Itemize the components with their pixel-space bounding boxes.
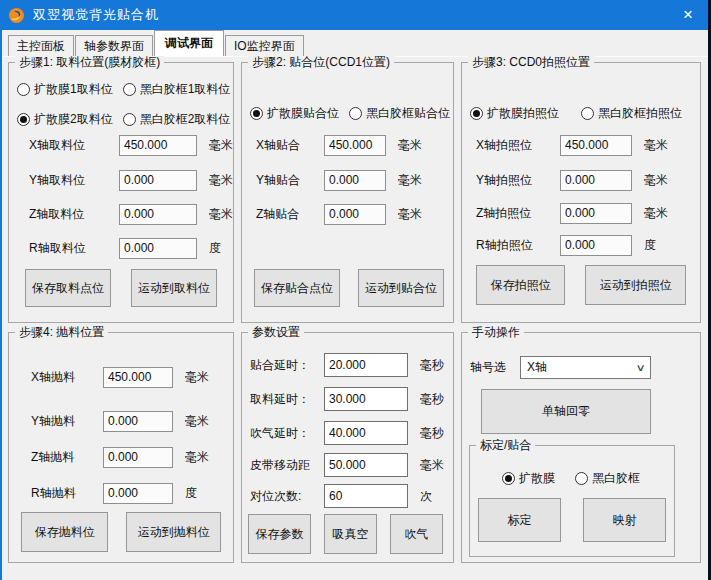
tab-axis-params[interactable]: 轴参数界面	[75, 35, 153, 56]
radio-diffuser-photo[interactable]: 扩散膜拍照位	[470, 105, 559, 122]
app-icon	[8, 7, 25, 24]
save-discard-position-button[interactable]: 保存抛料位	[21, 512, 108, 552]
unit-label: 毫米	[185, 449, 209, 466]
belt-move-distance-input[interactable]	[324, 453, 408, 477]
button-row: 保存拍照位 运动到拍照位	[476, 265, 686, 305]
panel-title: 步骤4: 抛料位置	[15, 324, 108, 341]
alignment-count-input[interactable]	[324, 484, 408, 508]
radio-label: 扩散膜1取料位	[34, 81, 113, 98]
y-laminate-input[interactable]	[324, 170, 386, 191]
field-label: Z轴贴合	[256, 206, 324, 223]
r-discard-input[interactable]	[103, 483, 173, 504]
radio-icon	[123, 83, 136, 96]
radio-row: 扩散膜2取料位 黑白胶框2取料位	[17, 107, 230, 131]
x-laminate-input[interactable]	[324, 135, 386, 156]
blow-air-button[interactable]: 吹气	[390, 514, 443, 554]
radio-label: 扩散膜拍照位	[487, 105, 559, 122]
axis-select-value: X轴	[527, 359, 547, 376]
x-photo-position-input[interactable]	[560, 135, 632, 156]
y-discard-input[interactable]	[103, 411, 173, 432]
unit-label: 次	[420, 488, 432, 505]
unit-label: 度	[209, 240, 221, 257]
radio-label: 黑白胶框贴合位	[366, 105, 450, 122]
unit-label: 毫米	[209, 137, 233, 154]
z-pick-position-input[interactable]	[119, 204, 197, 225]
single-axis-home-button[interactable]: 单轴回零	[481, 389, 651, 434]
unit-label: 毫秒	[420, 391, 444, 408]
field-label: 取料延时：	[250, 391, 324, 408]
chevron-down-icon: ∨	[635, 362, 645, 373]
save-laminate-position-button[interactable]: 保存贴合点位	[254, 269, 340, 307]
radio-calib-bw-frame[interactable]: 黑白胶框	[575, 470, 640, 487]
z-discard-input[interactable]	[103, 447, 173, 468]
move-to-laminate-position-button[interactable]: 运动到贴合位	[358, 269, 444, 307]
radio-row: 扩散膜拍照位 黑白胶框拍照位	[470, 101, 682, 125]
axis-select-dropdown[interactable]: X轴 ∨	[520, 356, 651, 379]
unit-label: 度	[185, 485, 197, 502]
panel-step2-laminate-position: 步骤2: 贴合位(CCD1位置) 扩散膜贴合位 黑白胶框贴合位 X轴贴合 毫米 …	[241, 62, 454, 323]
x-discard-input[interactable]	[103, 367, 173, 388]
window-title: 双翌视觉背光贴合机	[33, 6, 159, 24]
field-row: 取料延时： 毫秒	[250, 387, 444, 411]
radio-bw-frame-laminate[interactable]: 黑白胶框贴合位	[349, 105, 450, 122]
title-bar: 双翌视觉背光贴合机 ×	[0, 0, 711, 30]
unit-label: 毫秒	[420, 357, 444, 374]
save-pick-position-button[interactable]: 保存取料点位	[25, 269, 111, 307]
tab-main-panel[interactable]: 主控面板	[8, 35, 74, 56]
unit-label: 度	[644, 237, 656, 254]
panel-title: 步骤1: 取料位置(膜材胶框)	[15, 54, 164, 71]
panel-step1-pick-position: 步骤1: 取料位置(膜材胶框) 扩散膜1取料位 黑白胶框1取料位 扩散膜2取料位…	[8, 62, 234, 323]
panel-parameter-settings: 参数设置 贴合延时： 毫秒 取料延时： 毫秒 吹气延时： 毫秒 皮带移动距 毫米…	[241, 332, 454, 563]
field-label: R轴取料位	[29, 240, 119, 257]
button-row: 保存贴合点位 运动到贴合位	[254, 269, 441, 307]
radio-diffuser1-pick[interactable]: 扩散膜1取料位	[17, 81, 113, 98]
radio-bw-frame1-pick[interactable]: 黑白胶框1取料位	[123, 81, 231, 98]
unit-label: 毫米	[644, 205, 668, 222]
field-label: 贴合延时：	[250, 357, 324, 374]
unit-label: 毫米	[644, 137, 668, 154]
move-to-discard-position-button[interactable]: 运动到抛料位	[126, 512, 221, 552]
field-label: Z轴拍照位	[476, 205, 560, 222]
save-photo-position-button[interactable]: 保存拍照位	[476, 265, 565, 305]
x-pick-position-input[interactable]	[119, 135, 197, 156]
z-photo-position-input[interactable]	[560, 203, 632, 224]
field-label: R轴拍照位	[476, 237, 560, 254]
radio-bw-frame2-pick[interactable]: 黑白胶框2取料位	[123, 111, 231, 128]
radio-row: 扩散膜1取料位 黑白胶框1取料位	[17, 77, 230, 101]
r-pick-position-input[interactable]	[119, 238, 197, 259]
z-laminate-input[interactable]	[324, 204, 386, 225]
tab-io-monitor[interactable]: IO监控界面	[225, 35, 304, 56]
field-label: 对位次数:	[250, 488, 324, 505]
panel-manual-operation: 手动操作 轴号选 X轴 ∨ 单轴回零 标定/贴合 扩散膜 黑白胶框 标定 映射	[461, 332, 701, 563]
radio-bw-frame-photo[interactable]: 黑白胶框拍照位	[581, 105, 682, 122]
mapping-button[interactable]: 映射	[583, 498, 666, 542]
radio-label: 扩散膜2取料位	[34, 111, 113, 128]
vacuum-button[interactable]: 吸真空	[324, 514, 377, 554]
move-to-photo-position-button[interactable]: 运动到拍照位	[585, 265, 686, 305]
save-params-button[interactable]: 保存参数	[248, 514, 311, 554]
laminate-delay-input[interactable]	[324, 353, 408, 377]
calibrate-button[interactable]: 标定	[478, 498, 561, 542]
axis-select-label: 轴号选	[470, 359, 520, 376]
field-label: Y轴拍照位	[476, 172, 560, 189]
radio-label: 扩散膜	[519, 470, 555, 487]
y-pick-position-input[interactable]	[119, 170, 197, 191]
radio-diffuser2-pick[interactable]: 扩散膜2取料位	[17, 111, 113, 128]
pick-delay-input[interactable]	[324, 387, 408, 411]
close-button[interactable]: ×	[665, 0, 711, 30]
field-row: R轴拍照位 度	[476, 233, 656, 257]
field-row: Z轴贴合 毫米	[256, 202, 422, 226]
field-row: Y轴贴合 毫米	[256, 168, 422, 192]
move-to-pick-position-button[interactable]: 运动到取料位	[131, 269, 217, 307]
blow-delay-input[interactable]	[324, 421, 408, 445]
calibration-laminate-group: 标定/贴合 扩散膜 黑白胶框 标定 映射	[469, 445, 675, 557]
y-photo-position-input[interactable]	[560, 170, 632, 191]
r-photo-position-input[interactable]	[560, 235, 632, 256]
field-label: X轴抛料	[31, 369, 103, 386]
panel-title: 步骤3: CCD0拍照位置	[468, 54, 594, 71]
tab-debug[interactable]: 调试界面	[154, 30, 224, 56]
radio-icon	[470, 107, 483, 120]
radio-calib-diffuser[interactable]: 扩散膜	[502, 470, 555, 487]
radio-diffuser-laminate[interactable]: 扩散膜贴合位	[250, 105, 339, 122]
radio-label: 黑白胶框拍照位	[598, 105, 682, 122]
